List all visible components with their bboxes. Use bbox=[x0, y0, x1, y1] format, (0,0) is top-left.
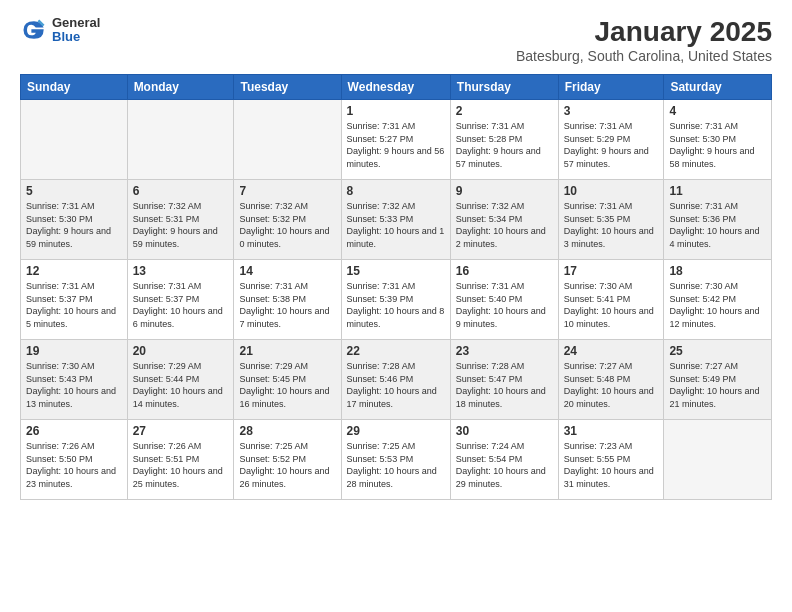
col-wednesday: Wednesday bbox=[341, 75, 450, 100]
calendar-cell: 6Sunrise: 7:32 AM Sunset: 5:31 PM Daylig… bbox=[127, 180, 234, 260]
col-tuesday: Tuesday bbox=[234, 75, 341, 100]
col-thursday: Thursday bbox=[450, 75, 558, 100]
day-info: Sunrise: 7:27 AM Sunset: 5:49 PM Dayligh… bbox=[669, 360, 766, 410]
day-number: 5 bbox=[26, 184, 122, 198]
calendar-cell: 21Sunrise: 7:29 AM Sunset: 5:45 PM Dayli… bbox=[234, 340, 341, 420]
calendar-cell: 1Sunrise: 7:31 AM Sunset: 5:27 PM Daylig… bbox=[341, 100, 450, 180]
day-info: Sunrise: 7:32 AM Sunset: 5:32 PM Dayligh… bbox=[239, 200, 335, 250]
day-info: Sunrise: 7:32 AM Sunset: 5:33 PM Dayligh… bbox=[347, 200, 445, 250]
day-number: 27 bbox=[133, 424, 229, 438]
day-number: 10 bbox=[564, 184, 659, 198]
calendar-cell: 16Sunrise: 7:31 AM Sunset: 5:40 PM Dayli… bbox=[450, 260, 558, 340]
day-info: Sunrise: 7:25 AM Sunset: 5:53 PM Dayligh… bbox=[347, 440, 445, 490]
day-number: 22 bbox=[347, 344, 445, 358]
calendar-cell: 13Sunrise: 7:31 AM Sunset: 5:37 PM Dayli… bbox=[127, 260, 234, 340]
calendar-cell: 29Sunrise: 7:25 AM Sunset: 5:53 PM Dayli… bbox=[341, 420, 450, 500]
day-info: Sunrise: 7:28 AM Sunset: 5:46 PM Dayligh… bbox=[347, 360, 445, 410]
day-number: 11 bbox=[669, 184, 766, 198]
day-info: Sunrise: 7:31 AM Sunset: 5:38 PM Dayligh… bbox=[239, 280, 335, 330]
day-info: Sunrise: 7:31 AM Sunset: 5:30 PM Dayligh… bbox=[26, 200, 122, 250]
day-info: Sunrise: 7:32 AM Sunset: 5:31 PM Dayligh… bbox=[133, 200, 229, 250]
calendar-cell: 31Sunrise: 7:23 AM Sunset: 5:55 PM Dayli… bbox=[558, 420, 664, 500]
col-friday: Friday bbox=[558, 75, 664, 100]
calendar-cell: 20Sunrise: 7:29 AM Sunset: 5:44 PM Dayli… bbox=[127, 340, 234, 420]
calendar-cell: 25Sunrise: 7:27 AM Sunset: 5:49 PM Dayli… bbox=[664, 340, 772, 420]
col-saturday: Saturday bbox=[664, 75, 772, 100]
day-number: 29 bbox=[347, 424, 445, 438]
calendar-cell: 30Sunrise: 7:24 AM Sunset: 5:54 PM Dayli… bbox=[450, 420, 558, 500]
calendar-cell: 10Sunrise: 7:31 AM Sunset: 5:35 PM Dayli… bbox=[558, 180, 664, 260]
calendar-cell: 23Sunrise: 7:28 AM Sunset: 5:47 PM Dayli… bbox=[450, 340, 558, 420]
title-block: January 2025 Batesburg, South Carolina, … bbox=[516, 16, 772, 64]
day-info: Sunrise: 7:24 AM Sunset: 5:54 PM Dayligh… bbox=[456, 440, 553, 490]
day-number: 19 bbox=[26, 344, 122, 358]
day-number: 1 bbox=[347, 104, 445, 118]
day-info: Sunrise: 7:26 AM Sunset: 5:50 PM Dayligh… bbox=[26, 440, 122, 490]
calendar-cell: 9Sunrise: 7:32 AM Sunset: 5:34 PM Daylig… bbox=[450, 180, 558, 260]
day-info: Sunrise: 7:23 AM Sunset: 5:55 PM Dayligh… bbox=[564, 440, 659, 490]
calendar-cell bbox=[664, 420, 772, 500]
calendar-cell: 8Sunrise: 7:32 AM Sunset: 5:33 PM Daylig… bbox=[341, 180, 450, 260]
calendar-week-4: 26Sunrise: 7:26 AM Sunset: 5:50 PM Dayli… bbox=[21, 420, 772, 500]
calendar-cell: 2Sunrise: 7:31 AM Sunset: 5:28 PM Daylig… bbox=[450, 100, 558, 180]
calendar-cell bbox=[127, 100, 234, 180]
day-number: 31 bbox=[564, 424, 659, 438]
day-number: 15 bbox=[347, 264, 445, 278]
calendar-cell: 17Sunrise: 7:30 AM Sunset: 5:41 PM Dayli… bbox=[558, 260, 664, 340]
calendar-cell: 15Sunrise: 7:31 AM Sunset: 5:39 PM Dayli… bbox=[341, 260, 450, 340]
calendar-cell: 5Sunrise: 7:31 AM Sunset: 5:30 PM Daylig… bbox=[21, 180, 128, 260]
day-number: 4 bbox=[669, 104, 766, 118]
calendar-cell: 26Sunrise: 7:26 AM Sunset: 5:50 PM Dayli… bbox=[21, 420, 128, 500]
logo-general-text: General bbox=[52, 16, 100, 30]
day-number: 23 bbox=[456, 344, 553, 358]
day-number: 3 bbox=[564, 104, 659, 118]
header-row: Sunday Monday Tuesday Wednesday Thursday… bbox=[21, 75, 772, 100]
day-info: Sunrise: 7:31 AM Sunset: 5:37 PM Dayligh… bbox=[26, 280, 122, 330]
day-number: 2 bbox=[456, 104, 553, 118]
calendar-cell: 19Sunrise: 7:30 AM Sunset: 5:43 PM Dayli… bbox=[21, 340, 128, 420]
day-number: 16 bbox=[456, 264, 553, 278]
day-info: Sunrise: 7:31 AM Sunset: 5:28 PM Dayligh… bbox=[456, 120, 553, 170]
logo-text: General Blue bbox=[52, 16, 100, 45]
day-info: Sunrise: 7:31 AM Sunset: 5:40 PM Dayligh… bbox=[456, 280, 553, 330]
calendar-cell: 11Sunrise: 7:31 AM Sunset: 5:36 PM Dayli… bbox=[664, 180, 772, 260]
day-info: Sunrise: 7:27 AM Sunset: 5:48 PM Dayligh… bbox=[564, 360, 659, 410]
calendar-cell: 3Sunrise: 7:31 AM Sunset: 5:29 PM Daylig… bbox=[558, 100, 664, 180]
day-info: Sunrise: 7:31 AM Sunset: 5:37 PM Dayligh… bbox=[133, 280, 229, 330]
day-number: 7 bbox=[239, 184, 335, 198]
day-number: 8 bbox=[347, 184, 445, 198]
day-info: Sunrise: 7:25 AM Sunset: 5:52 PM Dayligh… bbox=[239, 440, 335, 490]
calendar-cell: 27Sunrise: 7:26 AM Sunset: 5:51 PM Dayli… bbox=[127, 420, 234, 500]
day-number: 9 bbox=[456, 184, 553, 198]
day-info: Sunrise: 7:29 AM Sunset: 5:44 PM Dayligh… bbox=[133, 360, 229, 410]
day-number: 14 bbox=[239, 264, 335, 278]
day-info: Sunrise: 7:31 AM Sunset: 5:30 PM Dayligh… bbox=[669, 120, 766, 170]
col-sunday: Sunday bbox=[21, 75, 128, 100]
day-number: 18 bbox=[669, 264, 766, 278]
day-number: 17 bbox=[564, 264, 659, 278]
day-number: 28 bbox=[239, 424, 335, 438]
calendar-cell: 14Sunrise: 7:31 AM Sunset: 5:38 PM Dayli… bbox=[234, 260, 341, 340]
day-info: Sunrise: 7:30 AM Sunset: 5:41 PM Dayligh… bbox=[564, 280, 659, 330]
calendar-cell: 24Sunrise: 7:27 AM Sunset: 5:48 PM Dayli… bbox=[558, 340, 664, 420]
logo: General Blue bbox=[20, 16, 100, 45]
calendar-week-3: 19Sunrise: 7:30 AM Sunset: 5:43 PM Dayli… bbox=[21, 340, 772, 420]
day-info: Sunrise: 7:31 AM Sunset: 5:35 PM Dayligh… bbox=[564, 200, 659, 250]
main-title: January 2025 bbox=[516, 16, 772, 48]
calendar: Sunday Monday Tuesday Wednesday Thursday… bbox=[20, 74, 772, 500]
header: General Blue January 2025 Batesburg, Sou… bbox=[20, 16, 772, 64]
day-number: 6 bbox=[133, 184, 229, 198]
calendar-cell: 7Sunrise: 7:32 AM Sunset: 5:32 PM Daylig… bbox=[234, 180, 341, 260]
col-monday: Monday bbox=[127, 75, 234, 100]
logo-icon bbox=[20, 16, 48, 44]
day-number: 30 bbox=[456, 424, 553, 438]
calendar-week-1: 5Sunrise: 7:31 AM Sunset: 5:30 PM Daylig… bbox=[21, 180, 772, 260]
calendar-cell: 22Sunrise: 7:28 AM Sunset: 5:46 PM Dayli… bbox=[341, 340, 450, 420]
day-number: 13 bbox=[133, 264, 229, 278]
calendar-cell: 18Sunrise: 7:30 AM Sunset: 5:42 PM Dayli… bbox=[664, 260, 772, 340]
day-info: Sunrise: 7:31 AM Sunset: 5:39 PM Dayligh… bbox=[347, 280, 445, 330]
page: General Blue January 2025 Batesburg, Sou… bbox=[0, 0, 792, 612]
calendar-cell: 28Sunrise: 7:25 AM Sunset: 5:52 PM Dayli… bbox=[234, 420, 341, 500]
day-number: 21 bbox=[239, 344, 335, 358]
calendar-week-0: 1Sunrise: 7:31 AM Sunset: 5:27 PM Daylig… bbox=[21, 100, 772, 180]
